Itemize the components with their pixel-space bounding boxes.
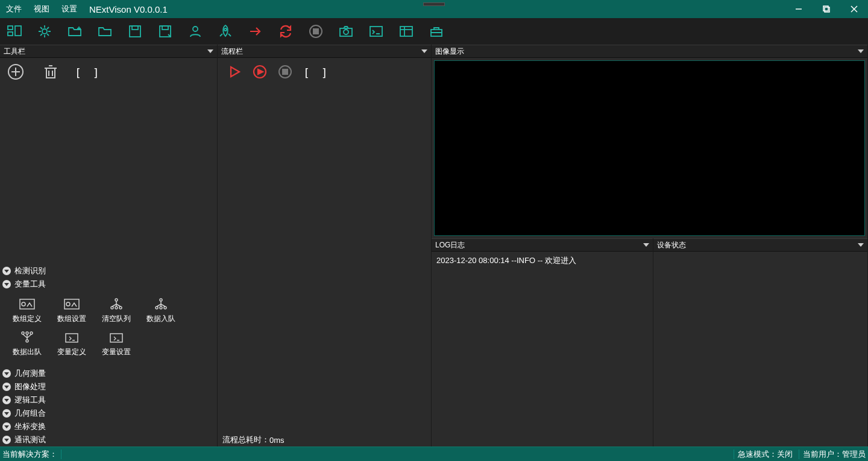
svg-point-50 xyxy=(164,307,166,309)
svg-rect-21 xyxy=(370,27,382,36)
category-detection[interactable]: 检测识别 xyxy=(0,264,217,278)
svg-point-54 xyxy=(22,332,24,334)
svg-rect-14 xyxy=(162,26,168,30)
tool-array-define[interactable]: 数组定义 xyxy=(5,297,49,324)
tool-enqueue[interactable]: 数据入队 xyxy=(139,297,183,324)
chevron-down-icon xyxy=(2,267,11,275)
status-user-label: 当前用户： xyxy=(803,449,842,460)
svg-line-52 xyxy=(161,304,165,307)
flow-loop-button[interactable] xyxy=(253,65,267,81)
image-canvas[interactable] xyxy=(434,60,865,236)
tool-label: 变量设置 xyxy=(102,347,131,357)
dropdown-icon[interactable] xyxy=(207,49,213,53)
svg-line-44 xyxy=(116,304,121,307)
maximize-button[interactable] xyxy=(813,0,840,18)
category-image-process[interactable]: 图像处理 xyxy=(0,380,217,393)
log-panel: LOG日志 2023-12-20 08:00:14 --INFO -- 欢迎进入 xyxy=(432,238,653,447)
toolbox-icon[interactable] xyxy=(427,22,446,41)
tool-label: 变量定义 xyxy=(57,347,86,357)
window-icon[interactable] xyxy=(397,22,416,41)
status-divider xyxy=(734,450,734,459)
dropdown-icon[interactable] xyxy=(858,49,864,53)
close-button[interactable] xyxy=(840,0,868,18)
flow-play-button[interactable] xyxy=(227,65,242,81)
category-variable-tools[interactable]: 变量工具 xyxy=(0,278,217,291)
status-user-value: 管理员 xyxy=(842,449,866,460)
gear-icon[interactable] xyxy=(35,22,54,41)
svg-point-56 xyxy=(30,332,33,334)
save-icon[interactable] xyxy=(125,22,145,41)
minimize-button[interactable] xyxy=(785,0,813,18)
svg-line-51 xyxy=(157,304,161,307)
dropdown-icon[interactable] xyxy=(421,49,427,53)
dropdown-icon[interactable] xyxy=(858,243,864,247)
layout-icon[interactable] xyxy=(5,22,24,41)
menu-view[interactable]: 视图 xyxy=(28,0,55,18)
tool-dequeue[interactable]: 数据出队 xyxy=(5,330,49,357)
svg-point-48 xyxy=(156,307,158,309)
save-as-icon[interactable] xyxy=(156,22,175,41)
flow-header[interactable]: 流程栏 xyxy=(218,45,431,58)
toolbox-panel: 工具栏 [ ] 检测识别 变量工具 数组定义 数组设置 清空队列 数据入队 数据… xyxy=(0,45,218,447)
device-body xyxy=(653,252,867,447)
flow-canvas[interactable] xyxy=(218,87,431,433)
menu-bar: 文件 视图 设置 xyxy=(0,0,83,18)
svg-rect-6 xyxy=(8,32,13,36)
run-arrow-icon[interactable] xyxy=(246,22,265,41)
tool-array-set[interactable]: 数组设置 xyxy=(49,297,94,324)
category-logic-tools[interactable]: 逻辑工具 xyxy=(0,393,217,407)
flow-title: 流程栏 xyxy=(221,46,243,57)
svg-point-40 xyxy=(111,307,113,309)
category-label: 几何组合 xyxy=(14,408,46,419)
flow-panel: 流程栏 [ ] 流程总耗时： 0ms xyxy=(218,45,432,447)
terminal-icon[interactable] xyxy=(366,22,386,41)
add-button[interactable] xyxy=(7,63,24,82)
stop-icon[interactable] xyxy=(306,22,326,41)
log-body: 2023-12-20 08:00:14 --INFO -- 欢迎进入 xyxy=(432,252,653,447)
dropdown-icon[interactable] xyxy=(643,243,649,247)
user-icon[interactable] xyxy=(186,22,205,41)
cycle-icon[interactable] xyxy=(276,22,295,41)
menu-file[interactable]: 文件 xyxy=(0,0,28,18)
status-divider xyxy=(61,450,61,459)
open-folder-icon[interactable] xyxy=(95,22,115,41)
svg-point-42 xyxy=(119,307,122,309)
chevron-down-icon xyxy=(2,409,11,418)
category-label: 图像处理 xyxy=(14,381,46,392)
svg-point-38 xyxy=(115,299,118,301)
svg-point-41 xyxy=(115,307,118,309)
new-folder-icon[interactable] xyxy=(65,22,84,41)
toolbox-header[interactable]: 工具栏 xyxy=(0,45,217,58)
tool-label: 清空队列 xyxy=(102,314,131,324)
flow-stop-button[interactable] xyxy=(278,65,292,81)
svg-point-16 xyxy=(224,28,227,31)
tool-label: 数组设置 xyxy=(57,314,86,324)
camera-icon[interactable] xyxy=(336,22,356,41)
status-solution-label: 当前解决方案： xyxy=(2,449,57,460)
log-header[interactable]: LOG日志 xyxy=(432,238,653,252)
flow-brackets: [ ] xyxy=(303,66,330,79)
svg-rect-5 xyxy=(8,26,13,30)
svg-rect-18 xyxy=(313,29,318,34)
delete-button[interactable] xyxy=(42,63,59,82)
tool-clear-queue[interactable]: 清空队列 xyxy=(94,297,139,324)
svg-rect-11 xyxy=(130,26,140,37)
image-display-header[interactable]: 图像显示 xyxy=(432,45,867,58)
svg-rect-62 xyxy=(66,334,78,342)
title-drag-handle[interactable] xyxy=(423,2,445,6)
flow-time-label: 流程总耗时： xyxy=(222,434,269,445)
chevron-down-icon xyxy=(2,422,11,431)
svg-rect-1 xyxy=(823,6,828,11)
rocket-icon[interactable] xyxy=(216,22,235,41)
device-header[interactable]: 设备状态 xyxy=(653,238,867,252)
svg-point-46 xyxy=(160,299,162,301)
category-geometry-measure[interactable]: 几何测量 xyxy=(0,367,217,380)
category-label: 逻辑工具 xyxy=(14,395,46,405)
tool-var-set[interactable]: 变量设置 xyxy=(94,330,139,357)
tool-var-define[interactable]: 变量定义 xyxy=(49,330,94,357)
category-comm-test[interactable]: 通讯测试 xyxy=(0,433,217,447)
category-coord-transform[interactable]: 坐标变换 xyxy=(0,420,217,433)
menu-settings[interactable]: 设置 xyxy=(55,0,83,18)
category-label: 检测识别 xyxy=(14,265,46,276)
category-geometry-combine[interactable]: 几何组合 xyxy=(0,407,217,420)
